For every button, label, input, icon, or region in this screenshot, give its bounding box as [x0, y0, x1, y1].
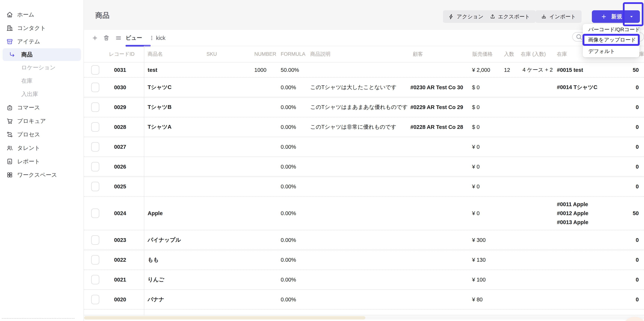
cell-formula: 0.00%	[281, 277, 296, 283]
cell-price: ¥ 2,000	[472, 67, 490, 73]
table-row-0028[interactable]: 0028TシャツA0.00%このTシャツは非常に優れものです#0228 AR T…	[84, 117, 644, 137]
export-button-label: エクスポート	[498, 13, 530, 20]
cart-icon	[6, 118, 13, 124]
table-row-0025[interactable]: 00250.00%¥ 00	[84, 177, 644, 197]
page-title: 商品	[95, 11, 110, 20]
cell-number: 1000	[254, 67, 266, 73]
row-checkbox[interactable]	[91, 65, 99, 75]
table-header-row: レコードID商品名SKUNUMBERFORMULA商品説明顧客販売価格入数在庫 …	[84, 46, 644, 63]
home-icon	[6, 11, 13, 18]
cell-formula: 0.00%	[281, 164, 296, 170]
cell-id: 0027	[104, 144, 126, 150]
table-row-0024[interactable]: 0024Apple0.00%¥ 0#0011 Apple#0012 Apple#…	[84, 197, 644, 230]
cell-id: 0028	[104, 124, 126, 130]
sidebar-item-location[interactable]: ロケーション	[0, 61, 84, 74]
table-row-0020[interactable]: 0020バナナ0.00%¥ 800	[84, 290, 644, 309]
column-header-units: 入数	[504, 51, 514, 58]
sidebar-item-inout[interactable]: 入出庫	[0, 88, 84, 101]
actions-button[interactable]: アクション	[443, 10, 489, 23]
column-header-sku: SKU	[206, 51, 217, 57]
table-row-0029[interactable]: 0029TシャツB0.00%このTシャツはまあまあな優れものです#0229 AR…	[84, 98, 644, 117]
sidebar-item-home[interactable]: ホーム	[0, 8, 84, 21]
horizontal-scrollbar-thumb[interactable]	[84, 316, 365, 319]
cell-customer: #0228 AR Test Co 28	[410, 124, 463, 130]
sidebar-item-product[interactable]: 商品	[2, 48, 81, 61]
sidebar-item-label: アイテム	[17, 38, 40, 46]
cell-qty: 0	[616, 183, 639, 190]
row-checkbox[interactable]	[91, 255, 99, 264]
cell-desc: このTシャツはまあまあな優れものです	[310, 103, 408, 111]
sidebar-item-label: ワークスペース	[17, 171, 57, 179]
import-button[interactable]: インポート	[536, 10, 582, 23]
sidebar-item-stock[interactable]: 在庫	[0, 74, 84, 88]
plus-icon	[601, 14, 607, 20]
cell-id: 0024	[104, 210, 126, 216]
table-row-0023[interactable]: 0023パイナップル0.00%¥ 3000	[84, 230, 644, 250]
add-row-button[interactable]	[92, 35, 98, 41]
cell-price: ¥ 80	[472, 296, 482, 303]
row-checkbox[interactable]	[91, 235, 99, 245]
horizontal-scrollbar	[84, 316, 644, 319]
delete-button[interactable]	[103, 35, 110, 41]
table-row-0030[interactable]: 0030TシャツC0.00%このTシャツは大したことないです#0230 AR T…	[84, 78, 644, 98]
row-checkbox[interactable]	[91, 103, 99, 112]
dropdown-item-0[interactable]: バーコード/QRコード	[583, 25, 640, 34]
sidebar-bottom-divider	[2, 318, 74, 319]
row-checkbox[interactable]	[91, 122, 99, 132]
table-row-0027[interactable]: 00270.00%¥ 00	[84, 137, 644, 157]
cell-price: ¥ 0	[472, 183, 480, 190]
cell-id: 0023	[104, 237, 126, 243]
sidebar-item-workspace[interactable]: ワークスペース	[0, 168, 84, 182]
row-checkbox[interactable]	[91, 295, 99, 304]
cell-name: パイナップル	[148, 236, 181, 244]
upload-icon	[490, 14, 496, 20]
cell-qty: 0	[616, 164, 639, 170]
row-checkbox[interactable]	[91, 142, 99, 152]
new-button[interactable]: 新規	[592, 10, 640, 23]
table-row-0031[interactable]: 0031test100050.00%¥ 2,000124 ケース + 2#001…	[84, 63, 644, 78]
column-header-qty: 庫	[639, 51, 644, 58]
sidebar-item-process[interactable]: プロセス	[0, 128, 84, 141]
cell-formula: 0.00%	[281, 237, 296, 243]
cell-formula: 50.00%	[281, 67, 299, 73]
sidebar-item-report[interactable]: レポート	[0, 155, 84, 168]
sidebar-item-label: 商品	[21, 51, 32, 59]
actions-button-label: アクション	[457, 13, 484, 20]
export-button[interactable]: エクスポート	[484, 10, 536, 23]
row-checkbox[interactable]	[91, 275, 99, 284]
cell-qty: 0	[616, 277, 639, 283]
row-checkbox[interactable]	[91, 162, 99, 171]
view-list-icon[interactable]	[115, 35, 122, 41]
sidebar-item-commerce[interactable]: コマース	[0, 101, 84, 114]
column-header-stock_units: 在庫 (入数)	[521, 51, 546, 58]
table-row-0026[interactable]: 00260.00%¥ 00	[84, 157, 644, 177]
chevron-down-icon[interactable]	[629, 14, 634, 19]
more-options-icon[interactable]	[149, 35, 154, 41]
sidebar-item-item[interactable]: アイテム	[0, 35, 84, 48]
cell-id: 0022	[104, 257, 126, 263]
sidebar-item-label: プロセス	[17, 131, 40, 138]
tab-view[interactable]: ビュー	[126, 34, 142, 42]
dropdown-item-1[interactable]: 画像をアップロード	[582, 34, 640, 46]
cell-desc: このTシャツは非常に優れものです	[310, 123, 396, 131]
cell-qty: 0	[616, 257, 639, 263]
sidebar-item-procure[interactable]: プロキュア	[0, 114, 84, 128]
row-checkbox[interactable]	[91, 209, 99, 218]
table-row-0022[interactable]: 0022もも0.00%¥ 1300	[84, 250, 644, 270]
cell-id: 0030	[104, 84, 126, 91]
sidebar-item-contact[interactable]: コンタクト	[0, 21, 84, 35]
cell-price: $ 0	[472, 84, 480, 91]
bag-icon	[6, 104, 13, 111]
dropdown-item-2[interactable]: デフォルト	[583, 46, 640, 56]
table-toolbar: ビュー kick	[84, 30, 644, 46]
sidebar-item-talent[interactable]: タレント	[0, 141, 84, 155]
row-checkbox[interactable]	[91, 83, 99, 92]
column-header-customer: 顧客	[413, 51, 423, 58]
cell-price: ¥ 130	[472, 257, 486, 263]
tab-kick[interactable]: kick	[156, 35, 166, 41]
cell-name: りんご	[148, 276, 164, 283]
cell-stock_units: 4 ケース + 2	[522, 66, 553, 74]
sidebar-item-label: ロケーション	[21, 64, 56, 72]
row-checkbox[interactable]	[91, 182, 99, 191]
table-row-0021[interactable]: 0021りんご0.00%¥ 1000	[84, 270, 644, 290]
